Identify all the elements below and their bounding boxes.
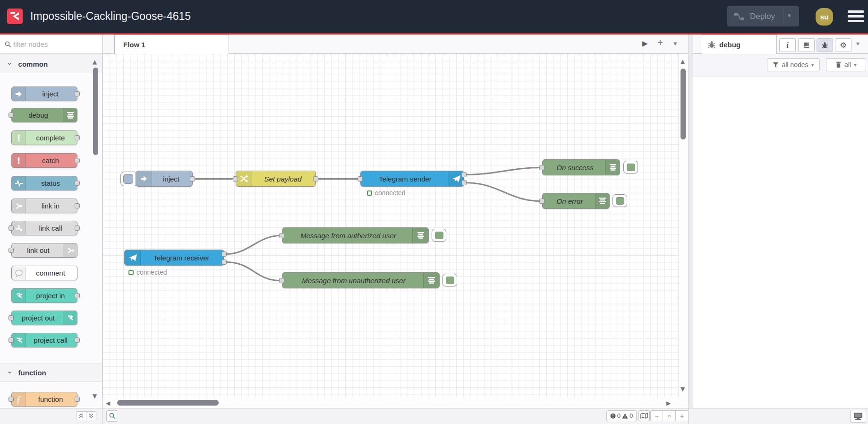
palette-expand-all-button[interactable] bbox=[86, 411, 96, 420]
zoom-out-button[interactable]: − bbox=[650, 410, 663, 421]
palette-category-function[interactable]: ⌄ function bbox=[0, 363, 102, 382]
output-port[interactable] bbox=[461, 172, 467, 177]
debug-enable-toggle[interactable] bbox=[443, 274, 457, 286]
page-title: Impossible-Cackling-Goose-4615 bbox=[30, 10, 191, 23]
canvas-scroll-down-icon[interactable]: ▼ bbox=[681, 386, 685, 392]
palette-scroll-down-icon[interactable]: ▼ bbox=[93, 393, 97, 399]
flow-node-on-success[interactable]: On success bbox=[542, 159, 620, 175]
node-label: Message from unautherized user bbox=[302, 277, 419, 285]
palette-node-project-out[interactable]: project out bbox=[11, 311, 77, 325]
canvas-hscrollbar-thumb[interactable] bbox=[117, 400, 219, 406]
palette-node-link-in[interactable]: link in bbox=[11, 199, 77, 213]
palette-node-status[interactable]: status bbox=[11, 176, 77, 190]
add-flow-button[interactable]: + bbox=[657, 37, 663, 48]
flow-node-msg-unauthorized[interactable]: Message from unautherized user bbox=[282, 272, 440, 288]
palette-port bbox=[75, 293, 80, 298]
flow-node-on-error[interactable]: On error bbox=[542, 193, 610, 209]
debug-lines-icon bbox=[595, 193, 609, 208]
palette-node-comment[interactable]: comment bbox=[11, 266, 77, 280]
canvas-scroll-up-icon[interactable]: ▲ bbox=[681, 58, 685, 65]
tab-flow-1[interactable]: Flow 1 bbox=[114, 35, 229, 54]
input-port[interactable] bbox=[539, 199, 545, 204]
footer-divider bbox=[102, 408, 102, 424]
canvas-vscrollbar-thumb[interactable] bbox=[681, 69, 686, 139]
zoom-in-button[interactable]: + bbox=[676, 410, 689, 421]
flow-node-telegram-sender[interactable]: Telegram sender bbox=[360, 171, 464, 187]
debug-filter-button[interactable]: all nodes ▾ bbox=[767, 58, 820, 71]
palette-node-label: catch bbox=[30, 156, 59, 164]
navigator-button[interactable] bbox=[638, 410, 650, 421]
canvas-scroll-right-icon[interactable]: ▶ bbox=[666, 400, 671, 407]
notification-counts[interactable]: 0 0 bbox=[606, 410, 637, 421]
palette-node-link-call[interactable]: link call bbox=[11, 221, 77, 235]
tab-scroll-right-icon[interactable]: ▶ bbox=[642, 39, 648, 48]
deploy-button[interactable]: Deploy ▾ bbox=[727, 6, 799, 26]
project-icon bbox=[63, 311, 77, 325]
palette-node-label: complete bbox=[24, 134, 65, 142]
sidebar-toolbar: debug i ⚙ ▾ bbox=[693, 35, 868, 54]
exclamation-icon: ! bbox=[12, 154, 26, 167]
info-tab-button[interactable]: i bbox=[779, 38, 796, 52]
sidebar-splitter[interactable] bbox=[688, 35, 693, 424]
palette: ⌄ common inject debug ! complete ! catch bbox=[0, 35, 102, 408]
sidebar-menu-caret-icon[interactable]: ▾ bbox=[856, 40, 859, 47]
palette-node-catch[interactable]: ! catch bbox=[11, 153, 77, 168]
palette-category-common[interactable]: ⌄ common bbox=[0, 54, 102, 73]
input-port[interactable] bbox=[539, 165, 545, 170]
user-avatar[interactable]: su bbox=[816, 8, 833, 26]
menu-icon[interactable] bbox=[848, 10, 864, 23]
flow-node-telegram-receiver[interactable]: Telegram receiver bbox=[124, 250, 224, 266]
output-port[interactable] bbox=[313, 176, 318, 182]
zoom-reset-icon: ○ bbox=[667, 413, 671, 419]
tab-debug[interactable]: debug bbox=[702, 35, 777, 54]
output-port[interactable] bbox=[221, 251, 227, 257]
palette-node-function[interactable]: ƒ function bbox=[11, 392, 77, 407]
palette-node-debug[interactable]: debug bbox=[11, 108, 77, 122]
flow-node-inject[interactable]: inject bbox=[136, 171, 193, 187]
palette-node-complete[interactable]: ! complete bbox=[11, 130, 77, 145]
palette-scrollbar-thumb[interactable] bbox=[93, 68, 98, 155]
debug-enable-toggle[interactable] bbox=[623, 161, 638, 173]
help-tab-button[interactable] bbox=[798, 38, 815, 52]
flow-list-caret-icon[interactable]: ▾ bbox=[673, 39, 677, 48]
palette-port bbox=[9, 225, 14, 231]
node-status: connected bbox=[367, 189, 406, 197]
input-port[interactable] bbox=[279, 278, 284, 283]
flow-node-set-payload[interactable]: Set payload bbox=[236, 171, 316, 187]
palette-node-label: link call bbox=[26, 224, 62, 232]
canvas-search-button[interactable] bbox=[106, 410, 118, 422]
link-icon bbox=[63, 243, 77, 257]
input-port[interactable] bbox=[279, 233, 284, 238]
palette-scroll-up-icon[interactable]: ▲ bbox=[93, 59, 97, 65]
flow-node-msg-authorized[interactable]: Message from autherized user bbox=[282, 227, 429, 243]
config-nodes-button[interactable]: ⚙ bbox=[835, 38, 851, 52]
input-port[interactable] bbox=[357, 176, 363, 182]
palette-node-link-out[interactable]: link out bbox=[11, 243, 77, 258]
output-port[interactable] bbox=[190, 176, 195, 182]
node-status: connected bbox=[128, 268, 167, 276]
flow-canvas[interactable] bbox=[102, 54, 679, 399]
debug-tab-button[interactable] bbox=[817, 38, 833, 52]
palette-node-project-in[interactable]: project in bbox=[11, 288, 77, 303]
canvas-scroll-left-icon[interactable]: ◀ bbox=[106, 400, 110, 407]
input-port[interactable] bbox=[233, 176, 238, 182]
output-port[interactable] bbox=[221, 260, 227, 265]
deploy-caret-icon[interactable]: ▾ bbox=[788, 12, 791, 19]
palette-port bbox=[9, 337, 14, 343]
search-icon bbox=[5, 41, 11, 48]
output-port[interactable] bbox=[461, 180, 467, 185]
palette-node-project-call[interactable]: project call bbox=[11, 333, 77, 347]
caret-down-icon: ▾ bbox=[854, 61, 857, 68]
tab-label: debug bbox=[719, 41, 740, 49]
info-icon: i bbox=[786, 41, 788, 50]
fullscreen-monitor-button[interactable] bbox=[850, 410, 866, 423]
palette-node-label: project in bbox=[24, 292, 65, 300]
palette-search-input[interactable] bbox=[13, 38, 89, 50]
palette-node-inject[interactable]: inject bbox=[11, 87, 77, 101]
debug-enable-toggle[interactable] bbox=[613, 194, 627, 207]
debug-clear-button[interactable]: all ▾ bbox=[826, 58, 866, 71]
palette-collapse-all-button[interactable] bbox=[76, 411, 86, 420]
zoom-reset-button[interactable]: ○ bbox=[663, 410, 676, 421]
debug-enable-toggle[interactable] bbox=[432, 229, 446, 242]
node-label: Telegram sender bbox=[379, 175, 446, 183]
